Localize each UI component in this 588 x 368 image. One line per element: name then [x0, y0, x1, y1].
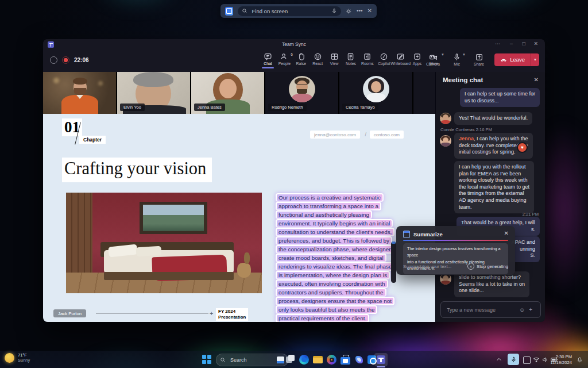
participant-name: Jenna Bates [194, 103, 225, 111]
search-highlights-icon [277, 356, 284, 363]
footer-plus: + [210, 310, 213, 317]
leave-button[interactable]: Leave ▼ [494, 53, 539, 66]
video-tile-partial [413, 72, 436, 114]
notes-icon [346, 52, 355, 61]
chat-close-icon[interactable]: ✕ [534, 76, 539, 83]
nav-apps[interactable]: Apps [409, 52, 425, 67]
tray-date: 11/19/2024 [551, 360, 572, 366]
find-search-field[interactable] [238, 6, 341, 16]
chat-header: Meeting chat [443, 76, 483, 83]
weather-widget[interactable]: 71°FSunny [5, 352, 30, 363]
network-icon[interactable] [533, 356, 540, 362]
nav-react[interactable]: React [310, 52, 326, 67]
tray-chevron-icon[interactable] [496, 357, 502, 362]
avatar [363, 76, 389, 102]
attach-plus-icon[interactable]: + [529, 307, 532, 313]
window-minimize-icon[interactable]: – [510, 41, 513, 47]
bedroom-image [66, 193, 262, 293]
settings-icon[interactable] [346, 8, 352, 14]
voice-search-icon[interactable] [331, 8, 337, 14]
meeting-chat-panel: Meeting chat ✕ I can help set up some ti… [435, 72, 545, 322]
summarize-popup: Summarize ✕ The interior design process … [396, 226, 515, 275]
tray-mic-indicator[interactable] [508, 354, 519, 365]
message-meta: Connie Contreras 2:16 PM [440, 127, 492, 132]
nav-chat[interactable]: Chat [260, 52, 276, 67]
notification-bell-icon[interactable] [577, 356, 583, 363]
highlighted-paragraph: Our process is a creative and systematic… [276, 193, 395, 322]
leave-dropdown-icon[interactable]: ▼ [531, 53, 539, 66]
chat-compose[interactable]: ☺ + [440, 301, 541, 318]
nav-view[interactable]: View [327, 52, 342, 67]
tray-screen-find-icon[interactable] [523, 356, 531, 364]
chat-message[interactable]: I can help you with the rollout plan for… [454, 161, 534, 213]
copilot-icon[interactable] [354, 355, 364, 365]
nav-raise[interactable]: Raise [293, 52, 309, 67]
find-on-screen-icon [225, 7, 233, 16]
find-on-screen-bar: ••• ✕ [220, 4, 377, 18]
title-bar: Team Sync ⋯ – □ ✕ [43, 39, 545, 51]
nav-rooms[interactable]: Rooms [359, 52, 375, 67]
highlighter-pen-icon [391, 241, 396, 283]
copilot-icon [380, 52, 388, 61]
nav-whiteboard[interactable]: Whiteboard [393, 52, 408, 67]
search-icon [220, 357, 226, 363]
find-search-input[interactable] [250, 7, 328, 15]
summarize-status: Summarizing your text... [403, 264, 451, 269]
sun-icon [5, 353, 14, 363]
nav-people[interactable]: 6 People [277, 52, 292, 67]
hangup-icon [500, 56, 507, 63]
stop-generating-button[interactable]: ✕ Stop generating [467, 263, 508, 270]
chat-message[interactable]: slide to something shorter? Seems like a… [454, 271, 529, 297]
camera-dropdown-icon[interactable]: ▼ [441, 53, 444, 56]
edge-icon[interactable] [299, 355, 309, 365]
start-button[interactable] [202, 355, 211, 364]
clock[interactable]: 2:30 PM 11/19/2024 [551, 354, 572, 365]
emoji-icon[interactable]: ☺ [519, 307, 525, 313]
mic-button[interactable]: Mic [452, 53, 461, 66]
share-button[interactable]: Share [474, 53, 484, 66]
task-view-icon[interactable] [285, 355, 295, 365]
photos-app-icon[interactable] [327, 355, 336, 365]
file-explorer-icon[interactable] [313, 355, 323, 365]
summarize-icon [403, 231, 410, 238]
search-icon [242, 8, 247, 14]
presenter-email: jenna@contoso.com [310, 131, 360, 139]
mic-icon [452, 53, 461, 62]
teams-window: Team Sync ⋯ – □ ✕ 22:06 Chat 6 Peo [43, 39, 545, 322]
nav-copilot[interactable]: Copilot [376, 52, 392, 67]
video-strip: Elvin Yoo Jenna Bates Rodrigo Nemeth [43, 72, 435, 114]
video-tile[interactable]: Jenna Bates [191, 72, 264, 114]
camera-button[interactable]: Camera [426, 53, 440, 66]
window-more-icon[interactable]: ⋯ [495, 41, 500, 47]
summarize-close-icon[interactable]: ✕ [504, 230, 509, 236]
taskbar-search-input[interactable] [229, 356, 273, 363]
reaction-badge[interactable]: ♥ [517, 142, 528, 153]
chat-message[interactable]: I can help set up some time for us to di… [460, 88, 540, 107]
avatar [289, 76, 315, 102]
window-maximize-icon[interactable]: □ [523, 41, 525, 47]
more-options-icon[interactable]: ••• [357, 8, 363, 14]
participant-name: Cecilia Tamayo [342, 103, 378, 111]
mic-dropdown-icon[interactable]: ▼ [462, 53, 466, 56]
chat-input[interactable] [446, 306, 515, 313]
volume-icon[interactable] [542, 356, 548, 363]
video-tile[interactable]: Elvin Yoo [117, 72, 190, 114]
meeting-status: 22:06 [50, 56, 89, 64]
video-tile[interactable] [43, 72, 116, 114]
store-icon[interactable] [341, 355, 350, 365]
raise-hand-icon [297, 52, 305, 61]
video-tile[interactable]: Rodrigo Nemeth [265, 72, 338, 114]
meeting-toolbar: 22:06 Chat 6 People Raise Rea [43, 51, 545, 72]
record-icon [62, 56, 69, 64]
apps-icon [413, 52, 421, 61]
chat-message[interactable]: Yes! That would be wonderful. [454, 112, 532, 125]
whiteboard-icon [396, 52, 405, 61]
video-tile[interactable]: Cecilia Tamayo [339, 72, 412, 114]
taskbar-search[interactable] [216, 354, 288, 366]
teams-taskbar-icon[interactable] [374, 353, 388, 366]
nav-notes[interactable]: Notes [343, 52, 358, 67]
window-close-icon[interactable]: ✕ [533, 41, 538, 47]
summarize-header: Summarize [403, 231, 443, 238]
close-icon[interactable]: ✕ [368, 8, 372, 14]
people-icon [280, 52, 289, 61]
